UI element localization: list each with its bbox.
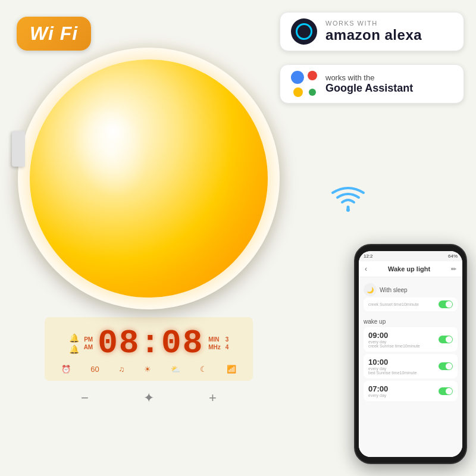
google-icon — [291, 71, 317, 97]
num4-label: 4 — [226, 344, 229, 350]
alexa-icon — [291, 18, 317, 45]
alexa-badge: WORKS WITH amazon alexa — [280, 12, 464, 51]
pm-label: PM — [84, 336, 93, 343]
moon-icon: ☾ — [200, 365, 207, 374]
alarm-item-2[interactable]: 10:00 every day bed Sunrise time10minute — [364, 354, 458, 378]
google-dot-blue — [291, 71, 304, 84]
alarm2-icon: 🔔 — [69, 345, 79, 354]
google-assistant-badge: works with the Google Assistant — [280, 64, 464, 104]
sleep-icon: 🌙 — [364, 283, 377, 296]
google-dots — [291, 71, 317, 97]
alexa-ring — [296, 23, 312, 40]
phone-screen-title: Wake up light — [388, 265, 430, 273]
phone-header: ‹ Wake up light ✏ — [359, 261, 462, 277]
alarm-icons: 🔔 🔔 — [69, 333, 79, 354]
alarm-3-toggle[interactable] — [439, 387, 453, 395]
alarm-2-desc: every day — [368, 367, 416, 371]
alexa-text: WORKS WITH amazon alexa — [325, 20, 422, 43]
svg-point-0 — [346, 208, 350, 212]
alarm-item-3[interactable]: 07:00 every day — [364, 381, 458, 401]
alarm-1-toggle[interactable] — [439, 336, 453, 343]
wake-up-label: wake up — [364, 316, 386, 326]
sun-icon: ☀ — [144, 365, 151, 374]
phone-edit-icon[interactable]: ✏ — [451, 265, 456, 273]
lcd-time-display: 08:08 — [98, 324, 203, 362]
alarm-1-sub: creek Sunrise time10minute — [368, 344, 420, 348]
snooze-icon: ⏰ — [61, 365, 71, 374]
min-label: MIN — [208, 336, 219, 343]
music-icon: ♫ — [119, 365, 125, 374]
phone-status-battery: 64% — [448, 253, 458, 259]
alarm-2-info: 10:00 every day bed Sunrise time10minute — [368, 358, 416, 375]
min-mhz-labels: MIN MHz — [208, 336, 221, 350]
with-sleep-label: With sleep — [380, 287, 408, 293]
wifi-small-icon: 📶 — [227, 365, 236, 374]
wifi-float-icon — [330, 184, 366, 217]
alarm-3-time: 07:00 — [368, 384, 388, 393]
phone-status-bar: 12:2 64% — [359, 251, 462, 261]
with-sleep-section: 🌙 With sleep — [364, 281, 458, 298]
alexa-name-label: amazon alexa — [325, 27, 422, 43]
sleep-creek-text: creek Sunset time10minute — [368, 302, 419, 306]
phone-back-button[interactable]: ‹ — [365, 265, 367, 273]
alarm-item-1[interactable]: 09:00 every day creek Sunrise time10minu… — [364, 327, 458, 352]
am-pm-labels: PM AM — [84, 336, 93, 350]
lamp-display-area: 🔔 🔔 PM AM 08:08 MIN MHz 3 4 ⏰ 60 — [45, 317, 253, 381]
lamp-controls: − ✦ + — [54, 390, 244, 406]
google-dot-red — [308, 71, 317, 80]
alexa-works-with-label: WORKS WITH — [325, 20, 422, 27]
lamp-shine — [60, 95, 159, 208]
alarm-1-time: 09:00 — [368, 331, 420, 340]
alarm-2-sub: bed Sunrise time10minute — [368, 371, 416, 375]
alarm-2-time: 10:00 — [368, 358, 416, 367]
google-text: works with the Google Assistant — [325, 73, 413, 95]
wifi-svg — [330, 184, 366, 214]
brightness-button[interactable]: ✦ — [143, 390, 154, 406]
mhz-label: MHz — [208, 344, 221, 350]
phone-mockup: 12:2 64% ‹ Wake up light ✏ 🌙 With sleep … — [354, 244, 467, 464]
am-label: AM — [84, 344, 93, 350]
alarm-1-desc: every day — [368, 340, 420, 344]
sleep-toggle[interactable] — [439, 300, 453, 308]
wake-section-header: wake up — [364, 313, 458, 327]
display-time-row: 🔔 🔔 PM AM 08:08 MIN MHz 3 4 — [52, 324, 246, 362]
google-assistant-label: Google Assistant — [325, 82, 413, 95]
sleep-item: creek Sunset time10minute — [364, 298, 458, 311]
google-dot-green — [309, 89, 316, 96]
minus-button[interactable]: − — [81, 390, 89, 406]
lamp-container: 🔔 🔔 PM AM 08:08 MIN MHz 3 4 ⏰ 60 — [6, 24, 292, 428]
phone-screen: 12:2 64% ‹ Wake up light ✏ 🌙 With sleep … — [359, 251, 462, 457]
google-dot-yellow — [293, 87, 303, 97]
num3-label: 3 — [226, 336, 229, 343]
display-bottom-icons: ⏰ 60 ♫ ☀ ⛅ ☾ 📶 — [52, 365, 246, 374]
lamp-glow — [30, 60, 268, 298]
google-works-with-label: works with the — [325, 73, 413, 82]
cloud-icon: ⛅ — [171, 365, 180, 374]
alarm-3-desc: every day — [368, 393, 388, 397]
plus-button[interactable]: + — [209, 390, 217, 406]
alarm-3-info: 07:00 every day — [368, 384, 388, 397]
alarm-2-toggle[interactable] — [439, 362, 453, 370]
alarm-1-info: 09:00 every day creek Sunrise time10minu… — [368, 331, 420, 348]
number-labels: 3 4 — [226, 336, 229, 350]
alarm1-icon: 🔔 — [69, 333, 79, 343]
lamp-side-button[interactable] — [12, 131, 25, 167]
phone-content: 🌙 With sleep creek Sunset time10minute w… — [359, 277, 462, 457]
num60-icon: 60 — [90, 365, 99, 374]
phone-status-time: 12:2 — [364, 253, 373, 259]
